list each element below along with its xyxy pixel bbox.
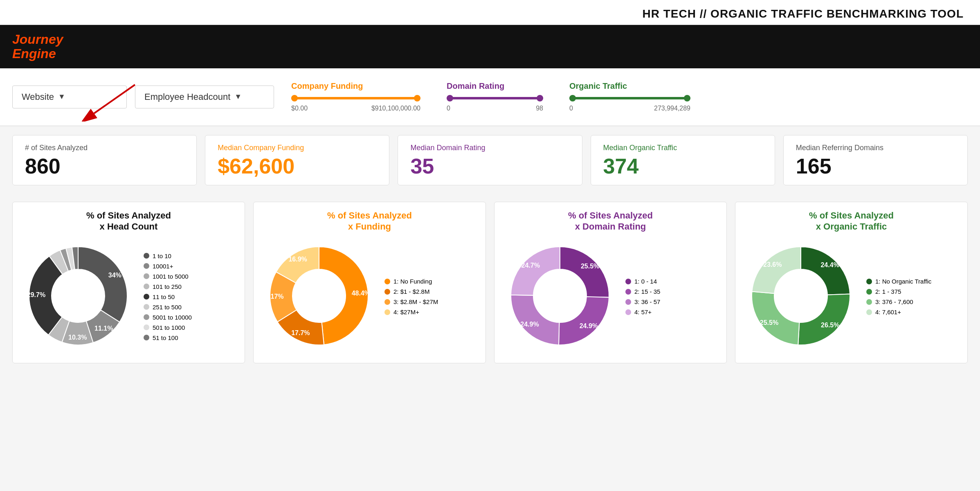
legend-item-3-0: 1: No Organic Traffic [866, 278, 931, 285]
legend-item-3-1: 2: 1 - 375 [866, 288, 931, 295]
legend-item-0-8: 51 to 100 [144, 334, 192, 341]
stat-card-2: Median Domain Rating 35 [398, 135, 582, 185]
legend-dot-0-4 [144, 294, 149, 300]
stat-value-4: 165 [796, 155, 955, 177]
legend-item-2-0: 1: 0 - 14 [625, 278, 660, 285]
legend-item-1-2: 3: $2.8M - $27M [384, 298, 438, 305]
svg-text:16.9%: 16.9% [288, 256, 307, 263]
chart-content-headcount: 34%11.1%10.3%29.7% 1 to 10 10001+ 1001 t… [21, 239, 236, 355]
legend-label-3-2: 3: 376 - 7,600 [875, 298, 913, 305]
donut-funding: 48.4%17.7%17%16.9% [262, 239, 376, 355]
chart-content-funding: 48.4%17.7%17%16.9% 1: No Funding 2: $1 -… [262, 239, 477, 355]
chart-title-headcount: % of Sites Analyzedx Head Count [86, 210, 171, 232]
stat-label-4: Median Referring Domains [796, 144, 955, 152]
legend-dot-0-0 [144, 253, 149, 259]
donut-domainRating: 25.5%24.9%24.9%24.7% [503, 239, 617, 355]
funding-slider-max[interactable] [414, 95, 420, 101]
legend-item-2-2: 3: 36 - 57 [625, 298, 660, 305]
legend-item-0-1: 10001+ [144, 263, 192, 270]
chart-content-organicTraffic: 24.4%26.5%25.5%23.6% 1: No Organic Traff… [744, 239, 959, 355]
legend-label-2-3: 4: 57+ [634, 309, 652, 315]
stat-card-1: Median Company Funding $62,600 [205, 135, 389, 185]
legend-label-1-0: 1: No Funding [393, 278, 432, 285]
svg-text:29.7%: 29.7% [27, 291, 45, 298]
domain-rating-label: Domain Rating [447, 81, 543, 91]
legend-dot-0-2 [144, 273, 149, 279]
svg-text:17.7%: 17.7% [291, 329, 310, 336]
company-funding-filter: Company Funding $0.00 $910,100,000.00 [282, 77, 429, 116]
legend-item-1-0: 1: No Funding [384, 278, 438, 285]
chart-title-organicTraffic: % of Sites Analyzedx Organic Traffic [809, 210, 894, 232]
legend-label-0-0: 1 to 10 [153, 252, 171, 259]
domain-max-label: 98 [536, 105, 543, 112]
svg-text:34%: 34% [108, 272, 121, 279]
organic-min-label: 0 [569, 105, 573, 112]
legend-label-0-3: 101 to 250 [153, 283, 182, 290]
legend-organicTraffic: 1: No Organic Traffic 2: 1 - 375 3: 376 … [866, 278, 931, 315]
legend-label-0-7: 501 to 1000 [153, 324, 185, 331]
stat-card-3: Median Organic Traffic 374 [591, 135, 775, 185]
chart-card-funding: % of Sites Analyzedx Funding 48.4%17.7%1… [253, 202, 486, 363]
legend-label-1-1: 2: $1 - $2.8M [393, 288, 429, 295]
legend-label-1-3: 4: $27M+ [393, 309, 419, 315]
stat-value-0: 860 [25, 155, 184, 177]
headcount-dropdown-arrow: ▼ [234, 92, 242, 101]
chart-card-domainRating: % of Sites Analyzedx Domain Rating 25.5%… [494, 202, 727, 363]
legend-dot-3-0 [866, 279, 872, 284]
legend-dot-1-1 [384, 289, 390, 295]
domain-min-label: 0 [447, 105, 450, 112]
stat-card-0: # of Sites Analyzed 860 [12, 135, 197, 185]
domain-slider-max[interactable] [537, 95, 543, 101]
stat-label-2: Median Domain Rating [410, 144, 569, 152]
legend-item-1-1: 2: $1 - $2.8M [384, 288, 438, 295]
organic-slider-min[interactable] [569, 95, 576, 101]
legend-dot-3-2 [866, 299, 872, 305]
company-funding-label: Company Funding [291, 81, 420, 91]
legend-label-0-8: 51 to 100 [153, 334, 178, 341]
funding-min-label: $0.00 [291, 105, 308, 112]
page-title: HR TECH // ORGANIC TRAFFIC BENCHMARKING … [0, 0, 980, 25]
legend-label-0-1: 10001+ [153, 263, 173, 270]
headcount-dropdown[interactable]: Employee Headcount ▼ [135, 86, 274, 108]
svg-text:24.4%: 24.4% [820, 262, 839, 269]
stat-label-1: Median Company Funding [218, 144, 377, 152]
legend-item-0-5: 251 to 500 [144, 304, 192, 311]
organic-traffic-filter: Organic Traffic 0 273,994,289 [560, 77, 699, 116]
chart-title-funding: % of Sites Analyzedx Funding [327, 210, 412, 232]
legend-item-2-3: 4: 57+ [625, 309, 660, 315]
stat-value-2: 35 [410, 155, 569, 177]
nav-bar: Journey Engine [0, 25, 980, 68]
legend-dot-1-2 [384, 299, 390, 305]
legend-item-0-6: 5001 to 10000 [144, 314, 192, 321]
stat-label-3: Median Organic Traffic [603, 144, 762, 152]
donut-headcount: 34%11.1%10.3%29.7% [21, 239, 135, 355]
legend-item-0-0: 1 to 10 [144, 252, 192, 259]
stat-label-0: # of Sites Analyzed [25, 144, 184, 152]
legend-headcount: 1 to 10 10001+ 1001 to 5000 101 to 250 1… [144, 252, 192, 341]
legend-label-1-2: 3: $2.8M - $27M [393, 298, 438, 305]
legend-label-3-3: 4: 7,601+ [875, 309, 901, 315]
legend-dot-0-1 [144, 263, 149, 269]
funding-slider-min[interactable] [291, 95, 298, 101]
organic-slider-max[interactable] [684, 95, 690, 101]
website-dropdown[interactable]: Website ▼ [12, 86, 127, 108]
legend-item-2-1: 2: 15 - 35 [625, 288, 660, 295]
legend-item-3-2: 3: 376 - 7,600 [866, 298, 931, 305]
organic-traffic-label: Organic Traffic [569, 81, 690, 91]
svg-text:48.4%: 48.4% [352, 290, 370, 297]
domain-slider-min[interactable] [447, 95, 453, 101]
legend-label-0-5: 251 to 500 [153, 304, 182, 311]
stat-value-1: $62,600 [218, 155, 377, 177]
legend-dot-2-2 [625, 299, 631, 305]
legend-label-0-4: 11 to 50 [153, 293, 175, 300]
legend-dot-2-1 [625, 289, 631, 295]
legend-dot-0-3 [144, 284, 149, 289]
svg-text:24.9%: 24.9% [580, 322, 598, 329]
legend-item-0-2: 1001 to 5000 [144, 273, 192, 280]
legend-item-0-7: 501 to 1000 [144, 324, 192, 331]
organic-max-label: 273,994,289 [654, 105, 690, 112]
charts-row: % of Sites Analyzedx Head Count 34%11.1%… [0, 194, 980, 372]
domain-rating-filter: Domain Rating 0 98 [438, 77, 552, 116]
legend-dot-0-6 [144, 314, 149, 320]
legend-dot-0-7 [144, 324, 149, 330]
